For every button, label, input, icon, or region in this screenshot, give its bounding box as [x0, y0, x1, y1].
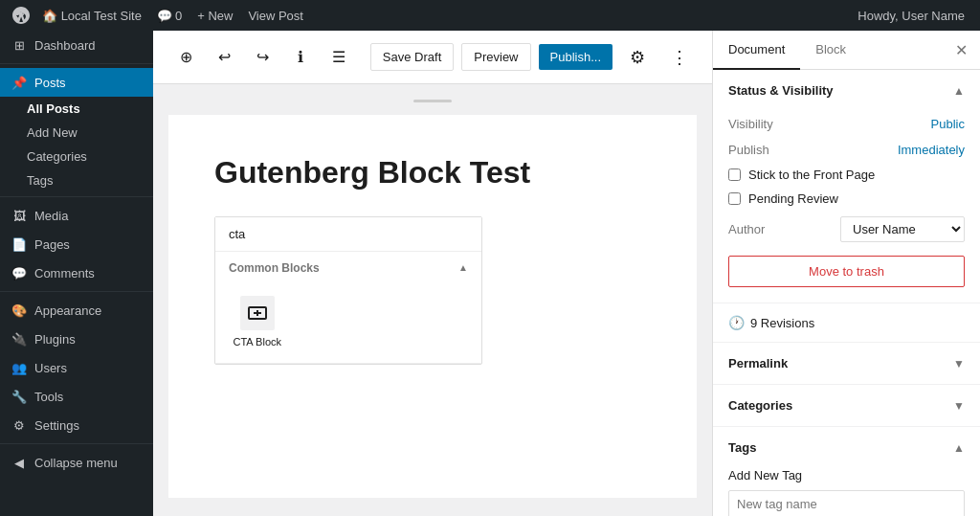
pending-review-row: Pending Review	[728, 187, 965, 211]
sidebar-item-pages[interactable]: 📄 Pages	[0, 230, 153, 258]
sidebar-item-media[interactable]: 🖼 Media	[0, 201, 153, 230]
close-icon: ✕	[955, 41, 968, 59]
plugins-label: Plugins	[34, 332, 76, 347]
chevron-down-icon: ▼	[953, 399, 965, 413]
admin-bar-site[interactable]: 🏠 Local Test Site	[34, 0, 149, 31]
site-name-label: Local Test Site	[61, 9, 142, 23]
wp-logo[interactable]	[8, 0, 34, 31]
admin-bar-comments[interactable]: 💬 0	[149, 0, 189, 31]
publish-button[interactable]: Publish...	[539, 44, 612, 70]
cta-block-label: CTA Block	[233, 336, 281, 348]
posts-icon: 📌	[11, 75, 27, 90]
author-row: Author User Name	[728, 211, 965, 248]
sidebar-item-dashboard[interactable]: ⊞ Dashboard	[0, 31, 153, 59]
all-posts-label: All Posts	[27, 101, 80, 116]
categories-header[interactable]: Categories ▼	[713, 385, 980, 426]
chevron-up-icon: ▲	[953, 441, 965, 455]
add-new-label: Add New	[27, 125, 78, 140]
tags-header[interactable]: Tags ▲	[713, 427, 980, 468]
list-view-button[interactable]: ☰	[322, 40, 356, 75]
revisions-icon: 🕐	[728, 315, 745, 330]
tab-block[interactable]: Block	[800, 31, 861, 70]
document-tab-label: Document	[728, 42, 785, 56]
preview-button[interactable]: Preview	[461, 43, 530, 71]
post-title[interactable]: Gutenberg Block Test	[214, 153, 651, 193]
pages-icon: 📄	[11, 236, 27, 252]
stick-frontpage-row: Stick to the Front Page	[728, 163, 965, 187]
sidebar-item-posts[interactable]: 📌 Posts	[0, 68, 153, 97]
comments-label: Comments	[34, 266, 95, 280]
permalink-label: Permalink	[728, 356, 788, 370]
publish-value[interactable]: Immediately	[898, 143, 965, 157]
editor-area: ⊕ ↩ ↪ ℹ ☰ Save Draft Preview	[153, 31, 712, 516]
stick-frontpage-label: Stick to the Front Page	[748, 168, 875, 182]
panel-body: Status & Visibility ▲ Visibility Public …	[713, 70, 980, 516]
tab-document[interactable]: Document	[713, 31, 800, 70]
common-blocks-header[interactable]: Common Blocks ▲	[215, 252, 481, 280]
settings-gear-button[interactable]: ⚙	[620, 40, 655, 75]
admin-bar-site-icon: 🏠	[42, 9, 57, 23]
sidebar-subitem-categories[interactable]: Categories	[0, 145, 153, 168]
author-select[interactable]: User Name	[840, 216, 965, 242]
appearance-label: Appearance	[34, 303, 101, 318]
settings-icon: ⚙	[11, 417, 27, 433]
settings-label: Settings	[34, 418, 79, 433]
more-options-button[interactable]: ⋮	[662, 40, 697, 75]
list-icon: ☰	[332, 48, 345, 66]
block-search-input[interactable]	[215, 217, 481, 252]
editor-toolbar: ⊕ ↩ ↪ ℹ ☰ Save Draft Preview	[153, 31, 712, 84]
tags-input[interactable]	[728, 490, 965, 516]
cta-block-icon	[240, 296, 275, 330]
admin-bar-new[interactable]: + New	[189, 0, 240, 31]
categories-label: Categories	[27, 149, 87, 164]
tags-section: Tags ▲ Add New Tag	[713, 427, 980, 516]
status-visibility-label: Status & Visibility	[728, 83, 834, 98]
undo-button[interactable]: ↩	[207, 40, 241, 75]
visibility-value[interactable]: Public	[931, 117, 965, 131]
redo-button[interactable]: ↪	[245, 40, 279, 75]
status-visibility-header[interactable]: Status & Visibility ▲	[713, 70, 980, 111]
tags-label: Tags	[728, 440, 756, 455]
media-icon: 🖼	[11, 208, 27, 223]
media-label: Media	[34, 209, 68, 223]
sidebar-subitem-all-posts[interactable]: All Posts	[0, 97, 153, 121]
stick-frontpage-checkbox[interactable]	[728, 168, 741, 181]
panel-close-button[interactable]: ✕	[946, 34, 976, 65]
wp-wrapper: ⊞ Dashboard 📌 Posts All Posts Add New Ca…	[0, 31, 980, 516]
common-blocks-label: Common Blocks	[229, 261, 320, 275]
sidebar-item-tools[interactable]: 🔧 Tools	[0, 382, 153, 411]
sidebar-subitem-tags[interactable]: Tags	[0, 168, 153, 192]
sidebar: ⊞ Dashboard 📌 Posts All Posts Add New Ca…	[0, 31, 153, 516]
tools-label: Tools	[34, 390, 63, 404]
revisions-label: 9 Revisions	[750, 316, 814, 330]
editor-content[interactable]: Gutenberg Block Test Common Blocks ▲	[153, 84, 712, 516]
add-block-button[interactable]: ⊕	[168, 40, 203, 75]
plugins-icon: 🔌	[11, 331, 27, 347]
gear-icon: ⚙	[630, 47, 645, 68]
move-to-trash-label: Move to trash	[809, 264, 884, 279]
cta-block-item[interactable]: CTA Block	[229, 288, 286, 355]
sidebar-item-settings[interactable]: ⚙ Settings	[0, 411, 153, 439]
pending-review-label: Pending Review	[748, 191, 838, 206]
revisions-row[interactable]: 🕐 9 Revisions	[713, 303, 980, 343]
pending-review-checkbox[interactable]	[728, 192, 741, 205]
author-label: Author	[728, 222, 765, 236]
admin-bar-howdy: Howdy, User Name	[850, 9, 972, 23]
admin-bar-view-post[interactable]: View Post	[240, 0, 311, 31]
sidebar-item-collapse[interactable]: ◀ Collapse menu	[0, 448, 153, 477]
info-button[interactable]: ℹ	[283, 40, 318, 75]
sidebar-item-plugins[interactable]: 🔌 Plugins	[0, 325, 153, 353]
posts-label: Posts	[34, 76, 66, 90]
chevron-down-icon: ▼	[953, 357, 965, 370]
block-grid: CTA Block	[215, 280, 481, 363]
status-visibility-content: Visibility Public Publish Immediately St…	[713, 111, 980, 303]
sidebar-item-appearance[interactable]: 🎨 Appearance	[0, 296, 153, 325]
sidebar-item-comments[interactable]: 💬 Comments	[0, 258, 153, 287]
permalink-header[interactable]: Permalink ▼	[713, 343, 980, 384]
save-draft-button[interactable]: Save Draft	[370, 43, 454, 71]
ellipsis-icon: ⋮	[671, 47, 688, 68]
sidebar-item-users[interactable]: 👥 Users	[0, 353, 153, 382]
view-post-label: View Post	[248, 9, 303, 23]
sidebar-subitem-add-new[interactable]: Add New	[0, 121, 153, 145]
move-to-trash-button[interactable]: Move to trash	[728, 256, 965, 287]
